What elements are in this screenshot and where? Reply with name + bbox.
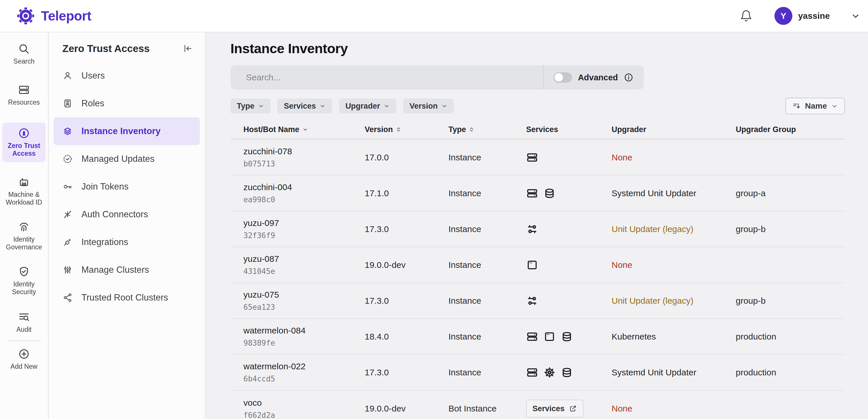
subnav-item-integrations[interactable]: Integrations <box>49 228 205 256</box>
column-upgrader: Upgrader <box>612 125 736 134</box>
sidebar-item-identity-governance[interactable]: Identity Governance <box>2 221 45 251</box>
app-window-icon <box>544 331 556 343</box>
instance-type: Bot Instance <box>448 404 526 414</box>
shield-check-icon <box>18 266 30 278</box>
column-type[interactable]: Type <box>448 125 526 134</box>
user-avatar[interactable]: Y <box>774 7 792 25</box>
filter-version-button[interactable]: Version <box>403 98 454 114</box>
upgrader-value: None <box>612 260 736 270</box>
table-row[interactable]: zucchini-078 b075713 17.0.0 Instance Non… <box>230 140 845 176</box>
services-cell <box>526 223 612 235</box>
column-host-bot-name[interactable]: Host/Bot Name <box>243 125 365 134</box>
key-icon <box>62 181 73 192</box>
upgrader-value: Systemd Unit Updater <box>612 188 736 198</box>
instance-type: Instance <box>448 296 526 306</box>
table-row[interactable]: watermelon-022 6b4ccd5 17.3.0 Instance S… <box>230 355 845 391</box>
subnav-item-instance-inventory[interactable]: Instance Inventory <box>54 117 200 145</box>
services-cell <box>526 366 612 379</box>
subnav-item-roles[interactable]: Roles <box>49 90 205 117</box>
table-row[interactable]: voco f662d2a 19.0.0-dev Bot Instance Ser… <box>230 391 845 419</box>
sidebar-item-add-new[interactable]: Add New <box>2 348 45 370</box>
subnav-item-trusted-root-clusters[interactable]: Trusted Root Clusters <box>49 284 205 311</box>
subnav-item-managed-updates[interactable]: Managed Updates <box>49 145 205 173</box>
info-icon[interactable] <box>624 72 633 82</box>
instance-type: Instance <box>448 188 526 198</box>
upgrader-value: None <box>612 153 736 162</box>
upgrader-value: Kubernetes <box>612 332 736 341</box>
subnav-item-auth-connectors[interactable]: Auth Connectors <box>49 201 205 228</box>
collapse-left-icon <box>182 43 193 54</box>
connector-icon <box>62 209 73 220</box>
instance-type: Instance <box>448 332 526 341</box>
table-row[interactable]: watermelon-084 98389fe 18.4.0 Instance K… <box>230 319 845 355</box>
sidebar-item-resources[interactable]: Resources <box>2 84 45 106</box>
advanced-toggle[interactable] <box>554 72 572 83</box>
instance-type: Instance <box>448 224 526 234</box>
app-window-icon <box>526 259 538 271</box>
instance-version: 17.1.0 <box>365 188 448 198</box>
server-icon <box>526 366 538 379</box>
notifications-button[interactable] <box>740 9 752 22</box>
upgrader-value: Unit Updater (legacy) <box>612 296 736 306</box>
clock-check-icon <box>62 154 73 164</box>
sidebar-item-zero-trust-access[interactable]: Zero Trust Access <box>2 122 45 162</box>
table-row[interactable]: yuzu-075 65ea123 17.3.0 Instance Unit Up… <box>230 283 845 319</box>
lock-circle-icon <box>18 127 30 139</box>
instance-hash: b075713 <box>243 159 365 168</box>
instance-type: Instance <box>448 260 526 270</box>
search-icon <box>18 43 30 55</box>
advanced-label: Advanced <box>578 73 618 82</box>
table-body: zucchini-078 b075713 17.0.0 Instance Non… <box>230 140 845 419</box>
server-icon <box>18 84 30 96</box>
instance-name: yuzu-075 <box>243 290 365 300</box>
services-button[interactable]: Services <box>526 400 584 418</box>
up-down-icon <box>396 127 401 132</box>
instance-name: watermelon-084 <box>243 326 365 335</box>
user-name: yassine <box>798 11 830 21</box>
instance-name: zucchini-004 <box>243 182 365 192</box>
instance-version: 17.0.0 <box>365 153 448 162</box>
id-card-icon <box>62 98 73 109</box>
services-cell <box>526 151 612 163</box>
sort-by-name-button[interactable]: Name <box>785 98 845 114</box>
collapse-sidebar-button[interactable] <box>182 43 193 54</box>
subnav-item-users[interactable]: Users <box>49 62 205 90</box>
instance-version: 19.0.0-dev <box>365 404 448 414</box>
table-row[interactable]: yuzu-087 431045e 19.0.0-dev Instance Non… <box>230 247 845 283</box>
up-down-icon <box>469 127 474 132</box>
gear-icon <box>16 6 35 25</box>
instance-version: 17.3.0 <box>365 367 448 378</box>
instance-hash: 65ea123 <box>243 303 365 311</box>
table-row[interactable]: yuzu-097 32f36f9 17.3.0 Instance Unit Up… <box>230 212 845 247</box>
chevron-down-icon <box>441 103 447 109</box>
subnav-item-join-tokens[interactable]: Join Tokens <box>49 173 205 201</box>
instance-hash: 431045e <box>243 267 365 276</box>
keys-icon <box>526 223 538 235</box>
upgrader-value: None <box>612 404 736 414</box>
upgrader-group-value: group-b <box>736 224 845 234</box>
instance-version: 18.4.0 <box>365 332 448 341</box>
chevron-down-icon <box>383 103 390 109</box>
services-cell <box>526 331 612 343</box>
layers-icon <box>62 126 73 137</box>
subnav-title: Zero Trust Access <box>62 43 150 54</box>
open-window-icon <box>568 404 577 413</box>
instance-name: yuzu-097 <box>243 218 365 228</box>
table-header: Host/Bot Name Version Type Services Upgr… <box>230 124 845 135</box>
filter-services-button[interactable]: Services <box>278 98 332 114</box>
user-menu-button[interactable] <box>851 11 861 21</box>
column-version[interactable]: Version <box>365 125 448 134</box>
filter-type-button[interactable]: Type <box>230 98 271 114</box>
table-row[interactable]: zucchini-004 ea998c0 17.1.0 Instance Sys… <box>230 176 845 212</box>
sidebar-item-machine-workload-id[interactable]: Machine & Workload ID <box>2 176 45 206</box>
search-input[interactable] <box>230 65 543 90</box>
sidebar-item-search[interactable]: Search <box>2 43 45 65</box>
plug-icon <box>62 237 73 247</box>
sidebar-item-identity-security[interactable]: Identity Security <box>2 266 45 296</box>
subnav-item-manage-clusters[interactable]: Manage Clusters <box>49 256 205 284</box>
instance-hash: 6b4ccd5 <box>243 375 365 383</box>
sidebar-item-audit[interactable]: Audit <box>2 311 45 333</box>
teleport-logo[interactable]: Teleport <box>0 6 91 25</box>
chevron-down-icon <box>831 102 838 110</box>
filter-upgrader-button[interactable]: Upgrader <box>339 98 396 114</box>
